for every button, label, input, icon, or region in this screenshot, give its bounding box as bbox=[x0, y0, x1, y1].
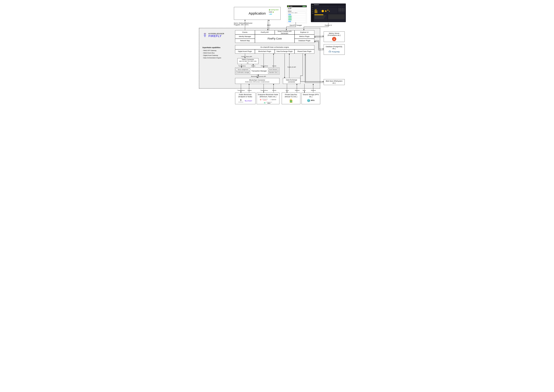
logo-line2: FIREFLY bbox=[209, 35, 224, 37]
capability-item: - Digital Asset Gateway bbox=[202, 55, 230, 56]
bc2-transactions-label: Transactions bbox=[260, 90, 268, 91]
transaction-manager-box: Nonce assignment Confirmation manager Tr… bbox=[235, 68, 279, 75]
bc1-transactions-label: Transactions bbox=[237, 90, 245, 91]
private-data-bus-box: Private Data Bus (Mutual TLS etc.) HTTPS… bbox=[282, 93, 300, 104]
firefly-tokens-api-label: FireFly Tokens API bbox=[241, 56, 252, 57]
blockchain-connector-api-label: Blockchain Connector API bbox=[251, 76, 266, 77]
svg-marker-1 bbox=[273, 12, 274, 13]
shared-storage-box: Shared Storage (IPFS etc.) IPFS bbox=[302, 93, 320, 104]
retrieve-label: Retrieve bbox=[311, 90, 316, 91]
receive-label: Receive bbox=[295, 90, 300, 91]
svg-rect-4 bbox=[260, 99, 261, 100]
token-connector-box: Token Connector ERC-20, ERC-721, ERC-115… bbox=[237, 58, 259, 64]
shared-data-plugin-box: Shared Data Plugin bbox=[295, 49, 314, 54]
tc-transactions-label: Transactions bbox=[238, 65, 246, 67]
operation-sync-box: Operation Sync bbox=[268, 71, 279, 74]
svg-point-10 bbox=[270, 100, 270, 100]
confirmation-manager-box: Confirmation manager bbox=[236, 71, 250, 74]
svg-point-9 bbox=[271, 99, 271, 100]
svg-point-11 bbox=[271, 100, 271, 100]
svg-point-2 bbox=[329, 51, 330, 52]
firefly-icon bbox=[202, 33, 207, 37]
swagger-screenshot: Swagger Explore erc20 https://... defaul… bbox=[287, 5, 307, 23]
svg-text:HTTPS: HTTPS bbox=[290, 101, 292, 102]
send-label: Send bbox=[286, 90, 289, 91]
smart-contract-api-box: Smart Contract API Generator bbox=[275, 30, 295, 35]
event-streams-box: Event Streams bbox=[268, 69, 279, 71]
explorer-ui-label: Explorer UI bbox=[325, 24, 332, 26]
node-logo: node bbox=[269, 11, 274, 13]
svg-text:TLS: TLS bbox=[290, 100, 290, 100]
capabilities-block: SuperNode capabilities - Web3 API Gatewa… bbox=[202, 47, 230, 59]
data-exchange-connector-box: Data Exchange connector bbox=[283, 78, 300, 84]
rest-label: REST bbox=[267, 24, 271, 26]
svg-marker-13 bbox=[264, 102, 265, 103]
blockchain-plugin-box: Blockchain Plugin bbox=[255, 49, 275, 54]
bp-events-label: Events bbox=[272, 65, 276, 67]
application-box: Application spring boot node ═GO bbox=[234, 7, 281, 20]
orchestration-box: On-chain/off-chain orchestration engine bbox=[235, 45, 314, 49]
bc2-events-label: Events bbox=[272, 90, 276, 91]
ipfs-label: IPFS bbox=[311, 99, 315, 102]
fabric-logo: HYPERLEDGERFABRIC bbox=[260, 99, 268, 101]
database-box: Database (PostgreSQL etc.) PostgreSQL bbox=[324, 44, 345, 55]
bp-transactions-label: Transactions bbox=[261, 65, 268, 67]
database-plugin-box: Database Plugin bbox=[295, 39, 314, 43]
svg-point-3 bbox=[330, 51, 330, 52]
ipfs-icon bbox=[307, 99, 310, 102]
go-logo: ═GO bbox=[269, 13, 272, 15]
blockchain-connector-box: Blockchain Connector (FabConnect, EthCon… bbox=[235, 78, 279, 84]
explorer-ui-box: Explorer UI bbox=[295, 30, 314, 35]
metrics-server-box: Metrics Server (Prometheus etc.) bbox=[324, 31, 345, 42]
firefly-dx-api-label: FireFly DX API bbox=[288, 66, 296, 68]
capability-item: - Web3 Event Bus bbox=[202, 52, 230, 54]
prometheus-icon bbox=[332, 37, 336, 41]
openapi-label: OpenAPI / Swagger bbox=[290, 24, 302, 26]
transaction-manager-label: Transaction Manager bbox=[252, 70, 267, 72]
spring-boot-logo: spring boot bbox=[269, 9, 279, 11]
capability-item: - Data Orchestration Engine bbox=[202, 57, 230, 59]
network-map-box: Network Map bbox=[235, 39, 255, 43]
polygon-logo: polygon bbox=[245, 100, 252, 102]
builtin-label: Built-in: Webhook/WebSocket Pluggable: J… bbox=[234, 22, 252, 26]
svg-rect-7 bbox=[260, 100, 261, 100]
https-lock-icon: HTTPS TLS bbox=[289, 98, 293, 103]
capabilities-title: SuperNode capabilities bbox=[202, 47, 230, 49]
svg-rect-6 bbox=[260, 100, 260, 100]
quorum-logo: Quorum bbox=[270, 99, 276, 101]
explorer-screenshot: Dashboard bbox=[311, 3, 346, 22]
store-label: Store bbox=[303, 90, 306, 91]
firefly-core-box: FireFly Core bbox=[255, 35, 295, 43]
bc1-events-label: Events bbox=[248, 90, 252, 91]
enterprise-blockchain-box: Enterprise Blockchain Node (Ethereum, Fa… bbox=[257, 93, 279, 104]
firefly-api-box: FireFly API bbox=[255, 30, 275, 35]
postgres-label: PostgreSQL bbox=[332, 51, 340, 53]
ethereum-logo: ethereum bbox=[238, 99, 243, 103]
identity-manager-box: Identity Manager bbox=[235, 35, 255, 39]
blob-store-box: Blob Store (FileSystem etc.) bbox=[324, 79, 345, 85]
postgresql-icon bbox=[328, 50, 331, 53]
svg-rect-5 bbox=[261, 99, 261, 100]
public-blockchain-box: Public Blockchain (Endpoint or Node) eth… bbox=[235, 93, 255, 104]
tc-events-label: Events bbox=[252, 65, 255, 67]
digital-asset-plugin-box: Digital Asset Plugin bbox=[235, 49, 255, 54]
metrics-plugin-box: Metrics Plugin bbox=[295, 35, 314, 39]
besu-logo: HYPERLEDGERBESU bbox=[264, 102, 272, 104]
svg-point-8 bbox=[270, 99, 270, 100]
capability-item: - Web3 API Gateway bbox=[202, 50, 230, 51]
firefly-logo: HYPERLEDGER FIREFLY bbox=[202, 33, 224, 37]
application-title: Application bbox=[249, 11, 266, 16]
nonce-assignment-box: Nonce assignment bbox=[236, 69, 250, 71]
events-box: Events bbox=[235, 30, 255, 35]
data-exchange-plugin-box: Data Exchange Plugin bbox=[275, 49, 295, 54]
